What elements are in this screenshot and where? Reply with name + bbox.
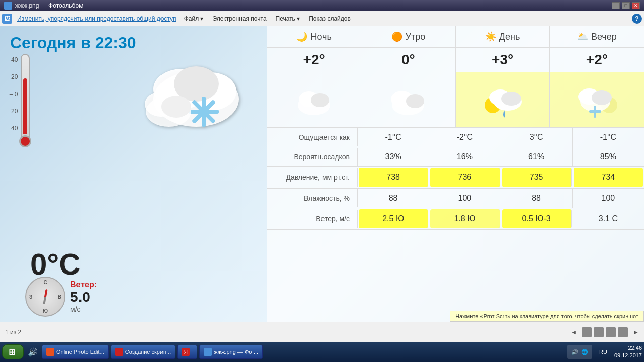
humidity-evening: 100 [573,189,644,208]
feels-evening: -1°C [573,128,644,147]
wind-speed: 5.0 [70,289,97,305]
svg-point-24 [592,90,612,105]
nav-next-icon[interactable]: ► [633,329,639,336]
humidity-night: 88 [358,189,429,208]
forecast-icons [267,72,644,128]
maximize-button[interactable]: □ [622,2,630,9]
pressure-night: 738 [359,168,428,187]
menu-print[interactable]: Печать ▾ [273,14,303,23]
title-bar: жжж.png — Фотоальбом – □ ✕ [0,0,644,11]
feels-morning: -2°C [429,128,501,147]
photo-edit-icon [46,348,54,356]
thermo-scale-40top: – 40 [6,56,18,63]
app-icon: 🖼 [2,14,12,24]
viewer-icon [204,348,212,356]
precip-day: 61% [501,147,573,166]
current-weather-icon [141,54,252,141]
row-feels-like: Ощущается как -1°C -2°C 3°C -1°C [267,128,644,147]
taskbar-item-viewer[interactable]: жжж.png — Фот... [199,345,263,359]
svg-point-20 [501,92,521,106]
today-title: Сегодня в 22:30 [10,34,257,52]
nav-prev-icon[interactable]: ◄ [571,329,577,336]
row-precipitation: Вероятн.осадков 33% 16% 61% 85% [267,147,644,167]
precip-night: 33% [358,147,429,166]
temp-day: +3° [456,48,550,72]
forecast-rows: Ощущается как -1°C -2°C 3°C -1°C Вероятн… [267,128,644,230]
time: 22:46 [614,344,642,352]
main-content: Сегодня в 22:30 – 40 – 20 – 0 20 40 [0,26,644,322]
menu-slideshow[interactable]: Показ слайдов [306,14,354,23]
speaker-icon[interactable]: 🔊 [26,346,40,358]
wind-night: 2.5 Ю [359,209,428,228]
forecast-col-night: 🌙 Ночь [267,26,361,47]
label-wind: Ветер, м/с [267,210,358,228]
thermometer-bulb [19,135,31,147]
menu-email[interactable]: Электронная почта [209,14,269,23]
compass-west: З [29,294,32,300]
svg-point-10 [161,96,191,118]
tooltip-text: Нажмите «Prnт Scrn» на клавиатуре для то… [455,313,638,319]
pressure-day: 735 [502,168,572,187]
start-button[interactable]: ⊞ [2,344,24,359]
label-humidity: Влажность, % [267,189,358,207]
wind-area: С Ю В З Ветер: 5.0 м/с [25,277,97,317]
night-icon: 🌙 [296,31,307,42]
wind-compass: С Ю В З [25,277,65,317]
help-button[interactable]: ? [632,14,642,24]
icon-cell-day [456,72,550,127]
clock: 22:46 09.12.2017 [614,344,642,360]
network-icon: 🌐 [581,349,588,355]
evening-icon: 🌥️ [577,31,588,42]
day-icon: ☀️ [485,31,496,42]
icon-cell-night [267,72,361,127]
compass-north: С [43,280,47,285]
yandex-icon: Я [182,348,190,356]
taskbar-item-photo-edit-label: Online Photo Edit... [56,349,104,355]
compass-arrow [43,289,47,304]
wind-unit: м/с [70,305,97,313]
label-pressure: Давление, мм рт.ст. [267,168,358,187]
taskbar: ⊞ 🔊 Online Photo Edit... Создание скрин.… [0,342,644,362]
taskbar-item-screenshot-label: Создание скрин... [125,349,171,355]
row-pressure: Давление, мм рт.ст. 738 736 735 734 [267,167,644,189]
forecast-col-morning: 🟠 Утро [361,26,455,47]
status-bar: 1 из 2 ◄ ► [0,322,644,342]
taskbar-item-photo-edit[interactable]: Online Photo Edit... [42,345,109,359]
windows-logo: ⊞ [9,347,15,357]
humidity-day: 88 [501,189,573,208]
temp-evening: +2° [550,48,644,72]
close-button[interactable]: ✕ [632,2,640,9]
svg-rect-26 [589,110,601,113]
forecast-panel: 🌙 Ночь 🟠 Утро ☀️ День 🌥️ Вечер +2° [267,26,644,322]
thermo-scale-20top: – 20 [6,73,18,80]
page-info: 1 из 2 [5,329,21,336]
forecast-header: 🌙 Ночь 🟠 Утро ☀️ День 🌥️ Вечер [267,26,644,48]
taskbar-item-viewer-label: жжж.png — Фот... [214,349,258,355]
label-precipitation: Вероятн.осадков [267,148,358,166]
feels-day: 3°C [501,128,573,147]
pressure-morning: 736 [430,168,500,187]
taskbar-item-yandex[interactable]: Я [177,345,197,359]
taskbar-notify-area: 🔊 🌐 [567,345,592,359]
feels-night: -1°C [358,128,429,147]
svg-point-13 [311,93,329,107]
wind-morning: 1.8 Ю [430,209,500,228]
menu-file[interactable]: Файл ▾ [181,14,207,23]
wind-label: Ветер: [70,280,97,289]
icon-cell-morning [361,72,455,127]
svg-point-16 [406,94,424,108]
thermo-scale-40bot: 40 [11,125,18,132]
menu-bar: 🖼 Изменить, упорядочить или предоставить… [0,11,644,26]
taskbar-item-screenshot[interactable]: Создание скрин... [111,345,176,359]
nav-icons [582,327,628,337]
wind-evening: 3.1 С [573,209,644,228]
minimize-button[interactable]: – [612,2,620,9]
thermo-scale-0: – 0 [10,90,18,98]
thermometer-fill [23,78,27,134]
menu-action[interactable]: Изменить, упорядочить или предоставить о… [15,14,178,23]
label-feels-like: Ощущается как [267,128,358,146]
forecast-temps: +2° 0° +3° +2° [267,48,644,72]
pressure-evening: 734 [574,168,643,187]
language-indicator: RU [596,349,610,355]
speaker-tray-icon: 🔊 [571,349,578,355]
